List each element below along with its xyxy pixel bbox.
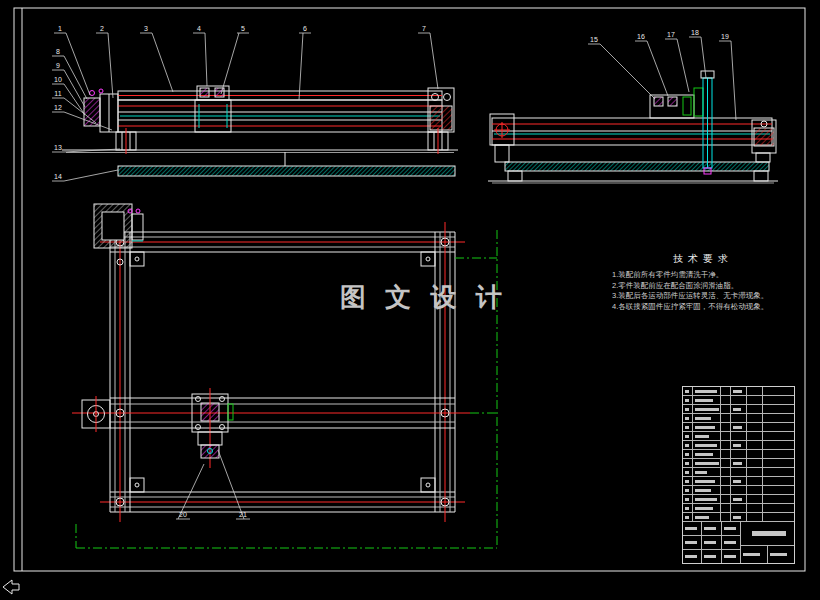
parts-list-table [682,386,795,564]
balloon-number: 7 [422,25,426,32]
parts-list-cell [721,396,731,404]
tech-requirements-line: 3.装配后各运动部件应运转灵活、无卡滞现象。 [612,291,794,302]
parts-list-cell [747,387,763,395]
parts-list-row [683,495,794,504]
parts-list-cell [763,504,794,512]
platform-hatch [505,162,769,171]
tech-requirements-line: 2.零件装配前应在配合面涂润滑油脂。 [612,281,794,292]
front-end-block [428,88,454,132]
parts-list-cell [693,396,721,404]
parts-list-cell [731,486,747,494]
parts-list-cell [721,486,731,494]
parts-list-row [683,396,794,405]
parts-list-cell [731,396,747,404]
parts-list-cell [693,459,721,467]
parts-list-cell [721,477,731,485]
balloon-number: 4 [197,25,201,32]
balloon-number: 5 [241,25,245,32]
balloon-number: 6 [303,25,307,32]
balloon-number: 14 [54,173,62,180]
parts-list-cell [731,387,747,395]
parts-list-cell [683,486,693,494]
parts-list-cell [693,423,721,431]
parts-list-row [683,423,794,432]
balloon-number: 2 [100,25,104,32]
front-carriage [195,86,231,132]
parts-list-cell [683,432,693,440]
title-block [683,522,794,563]
parts-list-row [683,405,794,414]
parts-list-cell [763,486,794,494]
title-block-cell [683,536,702,549]
technical-requirements: 技术要求 1.装配前所有零件均需清洗干净。 2.零件装配前应在配合面涂润滑油脂。… [612,252,794,312]
parts-list-cell [731,459,747,467]
parts-list-cell [731,423,747,431]
parts-list-cell [731,441,747,449]
balloon-number: 10 [54,76,62,83]
side-view [488,71,778,183]
parts-list-cell [747,513,763,521]
parts-list-cell [747,423,763,431]
balloon-number: 1 [58,25,62,32]
parts-list-cell [683,423,693,431]
parts-list-cell [693,495,721,503]
parts-list-cell [683,513,693,521]
title-block-cell [722,522,740,535]
parts-list-cell [721,459,731,467]
parts-list-cell [763,450,794,458]
cad-drawing-canvas[interactable]: 1 2 3 4 5 6 7 8 9 10 11 12 13 14 15 16 1… [0,0,820,600]
plan-view [72,204,497,548]
parts-list-cell [731,477,747,485]
title-block-cell [683,522,702,535]
parts-list-cell [721,423,731,431]
parts-list-cell [683,459,693,467]
parts-list-row [683,387,794,396]
parts-list-cell [731,405,747,413]
parts-list-cell [683,495,693,503]
parts-list-row [683,459,794,468]
parts-list-cell [731,432,747,440]
balloon-number: 12 [54,104,62,111]
parts-list-cell [747,405,763,413]
balloon-number: 21 [239,511,247,518]
title-block-cell [722,536,740,549]
parts-list-cell [747,396,763,404]
parts-list-cell [731,414,747,422]
phantom-lines [76,230,497,548]
parts-list-cell [721,387,731,395]
parts-list-cell [747,414,763,422]
tech-requirements-line: 1.装配前所有零件均需清洗干净。 [612,270,794,281]
title-block-cell [702,536,721,549]
parts-list-row [683,504,794,513]
parts-list-cell [683,387,693,395]
front-view [62,86,458,176]
parts-list-cell [721,450,731,458]
parts-list-cell [731,468,747,476]
parts-list-cell [721,441,731,449]
balloon-number: 20 [179,511,187,518]
plan-beam-motor [82,396,110,432]
balloon-number: 19 [721,33,729,40]
title-block-cell [683,550,702,563]
parts-list-cell [731,513,747,521]
parts-list-cell [763,414,794,422]
parts-list-row [683,441,794,450]
title-block-cell [702,522,721,535]
parts-list-cell [721,513,731,521]
parts-list-cell [763,513,794,521]
balloon-number: 13 [54,144,62,151]
parts-list-cell [747,432,763,440]
side-carriage [650,88,703,118]
parts-list-cell [693,432,721,440]
plan-y-motor [94,204,143,265]
balloon-number: 8 [56,48,60,55]
parts-list-row [683,432,794,441]
parts-list-cell [693,504,721,512]
parts-list-row [683,468,794,477]
balloon-number: 17 [667,31,675,38]
parts-list-cell [683,504,693,512]
parts-list-cell [763,423,794,431]
parts-list-cell [683,396,693,404]
parts-list-cell [693,414,721,422]
parts-list-cell [721,495,731,503]
